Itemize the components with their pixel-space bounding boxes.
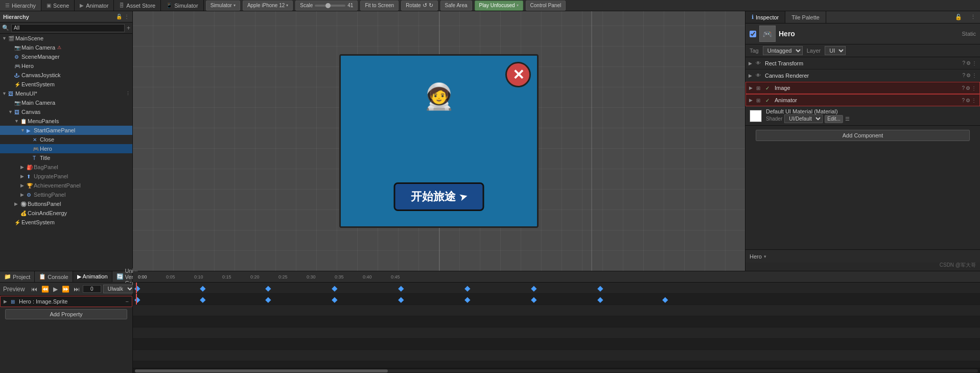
footer-arrow-icon[interactable]: ▾	[764, 254, 766, 259]
image-checkbox[interactable]: ✓	[765, 85, 773, 91]
tab-hierarchy[interactable]: ☰ Hierarchy	[0, 0, 41, 11]
component-image[interactable]: ▶ ⊞ ✓ Image ? ⚙ ⋮	[745, 82, 980, 94]
image-settings-icon[interactable]: ⚙	[966, 85, 970, 91]
keyframe2-4[interactable]	[398, 297, 404, 302]
keyframe-3[interactable]	[332, 286, 337, 291]
tree-item-main-camera-1[interactable]: 📷 Main Camera ⚠	[0, 43, 132, 52]
component-canvas-renderer[interactable]: ▶ 👁 Canvas Renderer ? ⚙ ⋮	[745, 69, 980, 82]
safe-area-btn[interactable]: Safe Area	[440, 1, 472, 11]
play-unfocused-btn[interactable]: Play Unfocused ▾	[475, 1, 523, 11]
tree-item-settingpanel[interactable]: ▶ ⚙ SettingPanel	[0, 190, 132, 199]
anim-play-btn[interactable]: ▶	[52, 286, 59, 292]
keyframe-1[interactable]	[200, 286, 205, 291]
prop-minus-icon[interactable]: −	[126, 298, 129, 305]
animator-more-icon[interactable]: ⋮	[971, 98, 976, 103]
animator-help-icon[interactable]: ?	[962, 98, 965, 103]
anim-prev-frame-btn[interactable]: ⏪	[40, 286, 50, 292]
rotate-btn[interactable]: Rotate ↺ ↻	[401, 1, 437, 11]
keyframe2-8[interactable]	[662, 297, 668, 302]
keyframe-7[interactable]	[597, 286, 603, 291]
tab-animator[interactable]: ▶ Animator	[75, 0, 114, 11]
fit-screen-btn[interactable]: Fit to Screen	[360, 1, 399, 11]
tree-item-title[interactable]: T Title	[0, 153, 132, 162]
keyframe2-2[interactable]	[265, 297, 271, 302]
rect-transform-help-icon[interactable]: ?	[962, 60, 965, 66]
keyframe-2[interactable]	[265, 286, 271, 291]
component-animator[interactable]: ▶ ⊞ ✓ Animator ? ⚙ ⋮	[745, 94, 980, 106]
device-dropdown[interactable]: Apple iPhone 12 ▾	[243, 1, 293, 11]
tab-animation[interactable]: ▶ Animation	[73, 271, 112, 282]
tree-item-menuui[interactable]: ▼ 🖼 MenuUI* ⋮	[0, 89, 132, 98]
keyframe-5[interactable]	[464, 286, 470, 291]
anim-clip-select[interactable]: UIwalk	[103, 285, 134, 293]
add-property-button[interactable]: Add Property	[5, 309, 127, 319]
tree-item-eventsystem-1[interactable]: ⚡ EventSystem	[0, 80, 132, 89]
anim-goto-end-btn[interactable]: ⏭	[73, 286, 81, 292]
animator-checkbox[interactable]: ✓	[765, 98, 773, 103]
canvas-renderer-help-icon[interactable]: ?	[962, 73, 965, 78]
inspector-active-checkbox[interactable]	[750, 31, 756, 37]
keyframe2-6[interactable]	[531, 297, 536, 302]
animation-property-hero-sprite[interactable]: ▶ ⊞ Hero : Image.Sprite −	[0, 296, 132, 307]
keyframe2-0[interactable]	[134, 297, 140, 302]
scale-slider[interactable]	[315, 5, 345, 7]
inspector-more-icon[interactable]: ⋮	[966, 11, 980, 23]
rect-transform-settings-icon[interactable]: ⚙	[966, 60, 971, 66]
tab-console[interactable]: 📋 Console	[35, 271, 73, 282]
tree-item-scene-manager[interactable]: ⚙ SceneManager	[0, 52, 132, 61]
canvas-renderer-more-icon[interactable]: ⋮	[972, 73, 977, 78]
inspector-lock-icon[interactable]: 🔓	[951, 11, 966, 23]
tree-item-mainscene[interactable]: ▼ 🎬 MainScene	[0, 34, 132, 43]
scene-canvas[interactable]: ✕ 🧑‍🚀 开始旅途 ➤	[133, 11, 745, 271]
anim-time-input[interactable]	[83, 285, 101, 293]
tag-select[interactable]: Untagged	[763, 46, 803, 55]
inspector-tab-inspector[interactable]: ℹ Inspector	[745, 11, 785, 23]
tab-simulator[interactable]: 📱 Simulator	[161, 0, 203, 11]
tree-item-hero-2[interactable]: 🎮 Hero	[0, 144, 132, 153]
keyframe2-3[interactable]	[332, 297, 337, 302]
control-panel-btn[interactable]: Control Panel	[526, 1, 566, 11]
component-rect-transform[interactable]: ▶ 👁 Rect Transform ? ⚙ ⋮	[745, 57, 980, 69]
keyframe2-7[interactable]	[597, 297, 603, 302]
image-more-icon[interactable]: ⋮	[971, 85, 976, 91]
inspector-tab-tile-palette[interactable]: Tile Palette	[785, 11, 826, 23]
menuui-menu-icon[interactable]: ⋮	[126, 91, 132, 96]
add-component-button[interactable]: Add Component	[756, 130, 970, 141]
tree-item-achievementpanel[interactable]: ▶ 🏆 AchievementPanel	[0, 181, 132, 190]
anim-goto-start-btn[interactable]: ⏮	[30, 286, 38, 292]
tree-item-coinandenergy[interactable]: 💰 CoinAndEnergy	[0, 208, 132, 218]
shader-select[interactable]: UI/Default	[784, 114, 823, 123]
canvas-renderer-eye-icon[interactable]: 👁	[756, 73, 763, 78]
layer-select[interactable]: UI	[825, 46, 846, 55]
tree-item-upgratepanel[interactable]: ▶ ⬆ UpgratePanel	[0, 172, 132, 181]
hierarchy-menu-icon[interactable]: ⋮	[124, 14, 129, 19]
tree-item-startgamepanel[interactable]: ▼ ▶ StartGamePanel	[0, 126, 132, 135]
tab-scene[interactable]: ▣ Scene	[41, 0, 75, 11]
tab-asset-store[interactable]: 🗄 Asset Store	[114, 0, 161, 11]
animator-settings-icon[interactable]: ⚙	[966, 98, 970, 103]
anim-next-frame-btn[interactable]: ⏩	[61, 286, 71, 292]
tree-item-main-camera-2[interactable]: 📷 Main Camera	[0, 98, 132, 107]
keyframe-4[interactable]	[398, 286, 404, 291]
shader-list-icon[interactable]: ☰	[845, 116, 850, 122]
keyframe-0[interactable]	[134, 286, 140, 291]
keyframe2-5[interactable]	[464, 297, 470, 302]
tree-item-bagpanel[interactable]: ▶ 🎒 BagPanel	[0, 162, 132, 172]
keyframe-6[interactable]	[531, 286, 536, 291]
simulator-dropdown[interactable]: Simulator ▾	[206, 1, 240, 11]
tree-item-buttonspanel[interactable]: ▶ 🔘 ButtonsPanel	[0, 199, 132, 208]
rect-transform-more-icon[interactable]: ⋮	[972, 60, 977, 66]
hierarchy-add-icon[interactable]: +	[127, 25, 130, 32]
tree-item-close[interactable]: ✕ Close	[0, 135, 132, 144]
tree-item-menupanels[interactable]: ▼ 📋 MenuPanels	[0, 116, 132, 126]
tree-item-eventsystem-2[interactable]: ⚡ EventSystem	[0, 218, 132, 227]
shader-edit-btn[interactable]: Edit...	[825, 115, 843, 123]
rect-transform-eye-icon[interactable]: 👁	[756, 60, 763, 66]
hierarchy-search-input[interactable]	[11, 24, 125, 32]
timeline-scrollbar[interactable]	[135, 369, 978, 372]
image-help-icon[interactable]: ?	[962, 85, 965, 91]
tree-item-canvas[interactable]: ▼ 🖼 Canvas	[0, 107, 132, 116]
hierarchy-lock-icon[interactable]: 🔓	[116, 14, 122, 19]
tree-item-canvas-joystick[interactable]: 🕹 CanvasJoystick	[0, 71, 132, 80]
canvas-renderer-settings-icon[interactable]: ⚙	[966, 73, 971, 78]
